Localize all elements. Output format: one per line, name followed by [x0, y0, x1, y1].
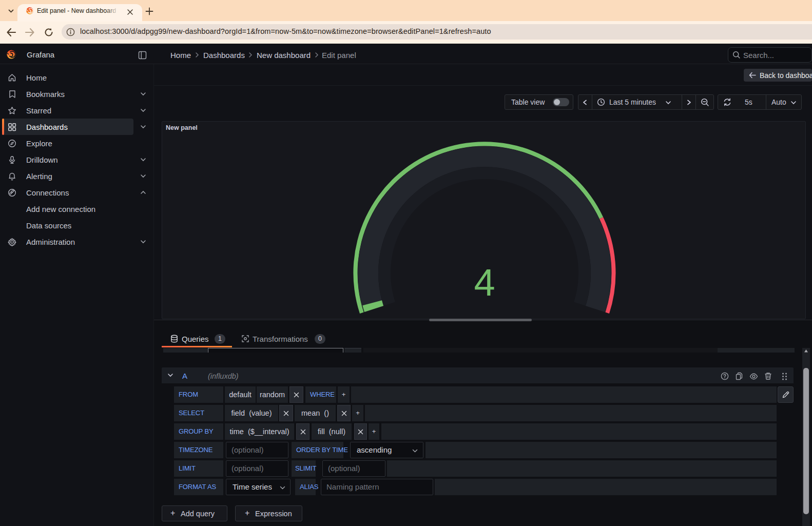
- svg-text:4: 4: [474, 261, 495, 304]
